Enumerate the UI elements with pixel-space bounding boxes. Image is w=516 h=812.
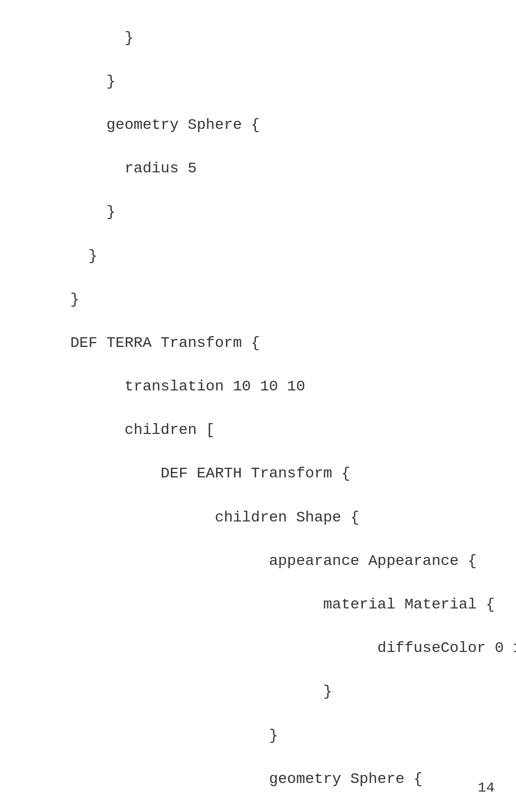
line-8: DEF TERRA Transform { [16,332,500,354]
line-1: } [16,27,500,49]
line-9: translation 10 10 10 [16,376,500,398]
line-14: material Material { [16,594,500,616]
line-12: children Shape { [16,507,500,529]
line-2: } [16,71,500,93]
page-number: 14 [478,780,494,796]
line-6: } [16,245,500,267]
code-block: } } geometry Sphere { radius 5 } } } DEF… [0,0,516,812]
line-16: } [16,681,500,703]
line-15: diffuseColor 0 1 0 [16,637,500,659]
line-4: radius 5 [16,158,500,180]
line-17: } [16,725,500,747]
line-11: DEF EARTH Transform { [16,463,500,485]
line-7: } [16,289,500,311]
line-5: } [16,201,500,223]
line-10: children [ [16,419,500,441]
line-18: geometry Sphere { [16,769,500,791]
line-13: appearance Appearance { [16,550,500,572]
line-3: geometry Sphere { [16,114,500,136]
